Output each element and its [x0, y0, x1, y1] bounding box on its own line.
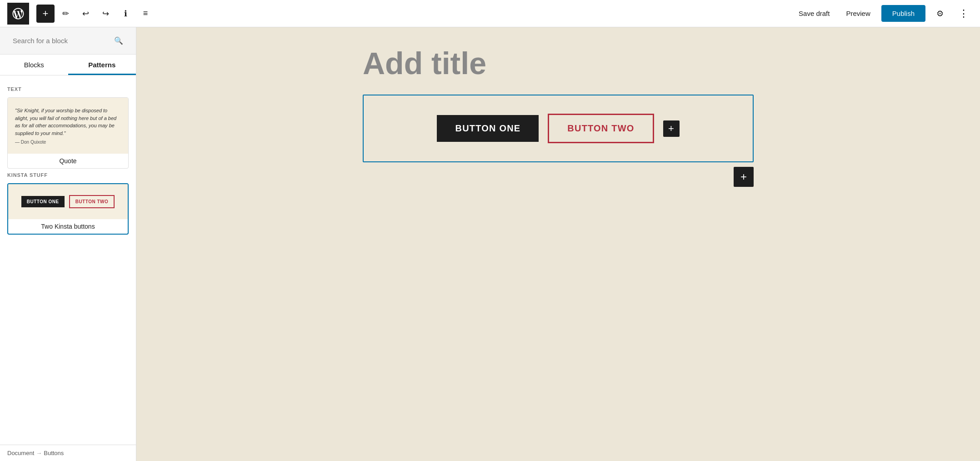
section-label-kinsta: KINSTA STUFF: [7, 172, 129, 178]
buttons-block[interactable]: BUTTON ONE BUTTON TWO +: [363, 95, 754, 162]
toolbar: + ✏ ↩ ↪ ℹ ≡ Save draft Preview Publish ⚙…: [0, 0, 980, 27]
buttons-preview: BUTTON ONE BUTTON TWO: [8, 184, 128, 219]
section-label-text: TEXT: [7, 86, 129, 92]
sidebar: 🔍 Blocks Patterns TEXT "Sir Knight, if y…: [0, 27, 136, 461]
settings-button[interactable]: ⚙: [931, 5, 949, 23]
add-title-placeholder[interactable]: Add title: [363, 45, 754, 81]
plus-below-icon: +: [740, 170, 747, 183]
list-icon: ≡: [143, 9, 148, 18]
publish-button[interactable]: Publish: [881, 5, 925, 22]
undo-button[interactable]: ↩: [76, 5, 95, 23]
kinsta-buttons-pattern-label: Two Kinsta buttons: [8, 219, 128, 234]
quote-preview: "Sir Knight, if your worship be disposed…: [8, 98, 128, 154]
quote-text: "Sir Knight, if your worship be disposed…: [15, 107, 121, 137]
info-icon: ℹ: [124, 9, 127, 19]
list-view-button[interactable]: ≡: [136, 5, 155, 23]
undo-icon: ↩: [82, 9, 89, 19]
plus-icon: +: [668, 123, 674, 135]
search-icon: 🔍: [114, 36, 123, 45]
quote-pattern-label: Quote: [8, 154, 128, 168]
add-block-below-button[interactable]: +: [734, 167, 754, 187]
main-layout: 🔍 Blocks Patterns TEXT "Sir Knight, if y…: [0, 27, 980, 461]
sidebar-content: TEXT "Sir Knight, if your worship be dis…: [0, 75, 136, 445]
preview-btn-one: BUTTON ONE: [21, 196, 65, 207]
tabs-container: Blocks Patterns: [0, 55, 136, 75]
gear-icon: ⚙: [936, 9, 944, 19]
editor-btn-two[interactable]: BUTTON TWO: [548, 114, 654, 143]
more-icon: ⋮: [959, 8, 969, 20]
quote-attribution: — Don Quixote: [15, 140, 121, 145]
breadcrumb: Document → Buttons: [0, 445, 136, 461]
preview-btn-two: BUTTON TWO: [69, 195, 115, 208]
kinsta-buttons-pattern-card[interactable]: BUTTON ONE BUTTON TWO Two Kinsta buttons: [7, 183, 129, 235]
editor-btn-one[interactable]: BUTTON ONE: [437, 115, 539, 142]
page-title-area: Add title: [363, 45, 754, 81]
redo-button[interactable]: ↪: [96, 5, 115, 23]
quote-pattern-card[interactable]: "Sir Knight, if your worship be disposed…: [7, 97, 129, 169]
edit-mode-button[interactable]: ✏: [56, 5, 75, 23]
breadcrumb-buttons[interactable]: Buttons: [44, 450, 64, 456]
search-container: 🔍: [0, 27, 136, 55]
editor-area: Add title BUTTON ONE BUTTON TWO + +: [136, 27, 980, 461]
toolbar-left: + ✏ ↩ ↪ ℹ ≡: [36, 5, 155, 23]
wp-logo: [7, 3, 29, 25]
search-box: 🔍: [7, 33, 129, 49]
add-block-button[interactable]: +: [36, 5, 55, 23]
add-button-inline[interactable]: +: [663, 120, 680, 137]
preview-button[interactable]: Preview: [840, 6, 875, 21]
tab-blocks[interactable]: Blocks: [0, 55, 68, 75]
breadcrumb-document[interactable]: Document: [7, 450, 34, 456]
add-below-container: +: [363, 167, 754, 194]
search-input[interactable]: [13, 37, 110, 45]
info-button[interactable]: ℹ: [116, 5, 135, 23]
save-draft-button[interactable]: Save draft: [793, 6, 835, 21]
redo-icon: ↪: [102, 9, 109, 19]
breadcrumb-arrow: →: [36, 450, 42, 456]
toolbar-right: Save draft Preview Publish ⚙ ⋮: [793, 5, 973, 23]
more-options-button[interactable]: ⋮: [955, 5, 973, 23]
tab-patterns[interactable]: Patterns: [68, 55, 136, 75]
edit-icon: ✏: [62, 9, 69, 19]
